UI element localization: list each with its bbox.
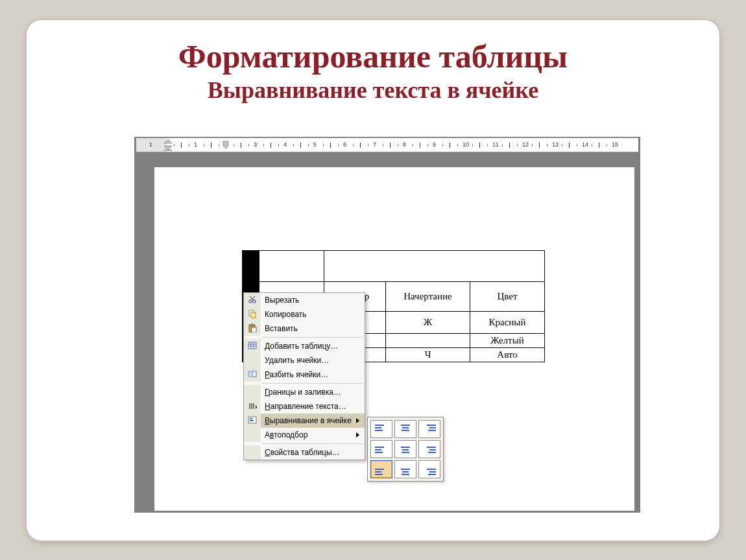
svg-rect-43 (429, 449, 436, 450)
svg-rect-2 (164, 150, 172, 151)
menu-separator (262, 337, 363, 338)
table-cell[interactable]: Ж (386, 312, 470, 334)
svg-rect-39 (401, 447, 410, 448)
menu-table-properties[interactable]: Свойства таблицы… (244, 445, 365, 460)
svg-rect-12 (248, 342, 256, 349)
table-cell[interactable]: Ч (386, 348, 470, 362)
align-middle-left[interactable] (370, 440, 392, 458)
svg-marker-0 (164, 139, 172, 143)
svg-rect-10 (251, 324, 253, 326)
align-icon (248, 415, 257, 426)
svg-rect-53 (428, 474, 436, 475)
svg-rect-38 (375, 452, 383, 453)
svg-rect-52 (429, 471, 436, 472)
svg-rect-27 (375, 425, 384, 426)
svg-rect-42 (427, 447, 436, 448)
svg-rect-41 (402, 452, 409, 453)
slide-frame: Форматирование таблицы Выравнивание текс… (26, 19, 720, 541)
menu-text-direction-label: Направление текста… (261, 402, 365, 411)
svg-rect-25 (250, 418, 252, 419)
svg-rect-47 (375, 474, 383, 475)
slide-subtitle: Выравнивание текста в ячейке (27, 76, 719, 104)
svg-rect-44 (428, 452, 436, 453)
submenu-arrow-icon (356, 432, 359, 438)
align-middle-right[interactable] (418, 440, 440, 458)
svg-rect-48 (401, 469, 410, 470)
menu-cut[interactable]: Вырезать (244, 293, 365, 307)
context-menu: Вырезать Копировать Вставить Добавить та… (243, 292, 365, 460)
align-top-right[interactable] (418, 420, 440, 438)
tab-marker[interactable] (222, 139, 230, 151)
align-bottom-left[interactable] (370, 460, 392, 478)
svg-rect-28 (375, 427, 381, 428)
svg-rect-32 (402, 430, 409, 431)
menu-paste[interactable]: Вставить (244, 321, 365, 336)
align-bottom-right[interactable] (418, 460, 440, 478)
svg-rect-49 (402, 471, 409, 472)
menu-split-cells[interactable]: Разбить ячейки… (244, 368, 365, 382)
svg-rect-31 (402, 427, 409, 428)
svg-rect-26 (250, 420, 254, 421)
menu-split-cells-label: Разбить ячейки… (261, 370, 365, 379)
table-icon (248, 341, 257, 352)
svg-rect-19 (248, 371, 252, 377)
svg-rect-11 (252, 327, 256, 332)
align-top-left[interactable] (370, 420, 392, 438)
menu-table-properties-label: Свойства таблицы… (261, 448, 365, 457)
align-middle-center[interactable] (394, 440, 416, 458)
table-header[interactable]: Цвет (470, 282, 545, 312)
menu-text-direction[interactable]: Направление текста… (244, 399, 365, 414)
word-editor: 1123456789101112131415 Шрифт (134, 137, 640, 513)
text-direction-icon (248, 401, 257, 412)
svg-rect-30 (401, 425, 410, 426)
table-cell[interactable]: Авто (470, 348, 545, 362)
table-cell[interactable]: Красный (470, 312, 545, 334)
table-cell[interactable]: Желтый (470, 334, 545, 348)
menu-separator (262, 443, 363, 444)
table-header[interactable]: Начертание (386, 282, 470, 312)
menu-insert-table-label: Добавить таблицу… (261, 342, 365, 351)
menu-separator (262, 383, 363, 384)
menu-cell-alignment-label: Выравнивание в ячейке (261, 416, 356, 425)
indent-marker-first[interactable] (164, 139, 172, 151)
svg-rect-8 (251, 312, 256, 318)
table-cell[interactable] (324, 251, 545, 282)
menu-delete-cells[interactable]: Удалить ячейки… (244, 353, 365, 368)
paste-icon (248, 323, 257, 334)
menu-cell-alignment[interactable]: Выравнивание в ячейке (244, 414, 365, 428)
svg-marker-1 (164, 146, 172, 150)
svg-rect-51 (427, 469, 436, 470)
svg-rect-40 (402, 449, 409, 450)
submenu-arrow-icon (356, 418, 359, 423)
svg-rect-50 (402, 474, 409, 475)
align-bottom-center[interactable] (394, 460, 416, 478)
slide-title: Форматирование таблицы (27, 40, 719, 74)
alignment-flyout (367, 417, 444, 482)
svg-point-4 (253, 299, 256, 302)
menu-paste-label: Вставить (261, 324, 365, 333)
menu-borders-label: Границы и заливка… (261, 388, 365, 397)
scissors-icon (248, 295, 257, 306)
copy-icon (248, 309, 257, 320)
svg-rect-46 (375, 471, 381, 472)
split-cells-icon (248, 369, 257, 380)
menu-autofit[interactable]: Автоподбор (244, 428, 365, 442)
svg-rect-29 (375, 430, 383, 431)
menu-borders[interactable]: Границы и заливка… (244, 385, 365, 399)
svg-rect-37 (375, 449, 381, 450)
svg-rect-33 (427, 425, 436, 426)
horizontal-ruler: 1123456789101112131415 (136, 138, 638, 152)
menu-autofit-label: Автоподбор (261, 430, 356, 439)
menu-insert-table[interactable]: Добавить таблицу… (244, 339, 365, 353)
align-top-center[interactable] (394, 420, 416, 438)
table-cell[interactable] (259, 251, 324, 282)
menu-copy-label: Копировать (261, 310, 365, 319)
svg-rect-35 (428, 430, 436, 431)
svg-rect-45 (375, 469, 384, 470)
menu-delete-cells-label: Удалить ячейки… (261, 356, 365, 365)
menu-copy[interactable]: Копировать (244, 307, 365, 321)
svg-point-3 (249, 299, 252, 302)
table-cell[interactable] (386, 334, 470, 348)
svg-rect-36 (375, 447, 384, 448)
svg-marker-23 (256, 405, 257, 409)
